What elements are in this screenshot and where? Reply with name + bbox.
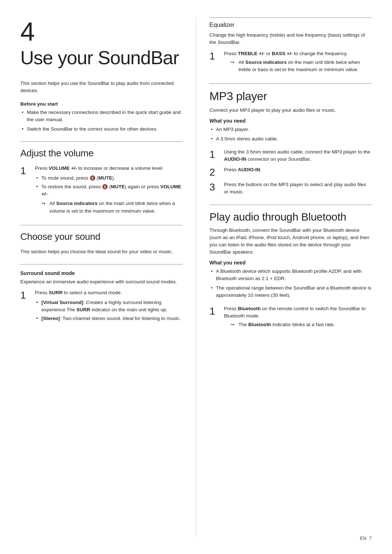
list-item: Switch the SoundBar to the correct sourc… [20,126,183,133]
equalizer-heading: Equalizer [209,21,372,29]
step-number: 1 [209,305,221,317]
list-item: [Stereo]: Two-channel stereo sound. Idea… [35,315,183,322]
audio-in-bold: AUDIO-IN [224,156,246,162]
chapter-title-text: Use your SoundBar [20,48,179,68]
list-item: [Virtual Surround]: Creates a highly sur… [35,299,183,314]
bluetooth-what-you-need-heading: What you need [209,260,372,266]
step-number: 1 [20,165,32,177]
section-divider [209,83,372,84]
step-number: 1 [209,50,221,62]
surround-sub-list: [Virtual Surround]: Creates a highly sur… [35,299,183,323]
bluetooth-intro: Through Bluetooth, connect the SoundBar … [209,227,372,256]
volume-step-1: 1 Press VOLUME +/- to increase or decrea… [20,165,183,216]
bluetooth-step-1: 1 Press Bluetooth on the remote control … [209,305,372,330]
volume-sub-list: To mute sound, press 🔇 (MUTE). To restor… [35,175,183,198]
step-content: Press Bluetooth on the remote control to… [224,305,372,330]
intro-text: This section helps you use the SoundBar … [20,80,183,95]
choose-sound-heading: Choose your sound [20,231,183,242]
surround-step-1: 1 Press SURR to select a surround mode. … [20,289,183,324]
left-column: 4 Use your SoundBar This section helps y… [20,17,196,537]
arrow-text: All Source indicators on the main unit b… [49,200,183,215]
chapter-title: 4 Use your SoundBar [20,17,183,68]
section-divider [20,264,183,264]
surr-bold: SURR [77,307,90,312]
list-item: A 3.5mm stereo audio cable. [209,135,372,143]
virtual-surround-bold: [Virtual Surround] [41,300,83,305]
step-text: Press TREBLE +/- or BASS +/- to change t… [224,51,347,56]
bluetooth-arrow-note: ↪ The Bluetooth indicator blinks at a fa… [224,321,372,328]
section-divider [209,205,372,205]
bass-bold: BASS +/- [272,51,293,56]
mp3-step-3: 3 Press the buttons on the MP3 player to… [209,181,372,196]
source-indicators-bold: Source indicators [56,201,98,206]
list-item: A Bluetooth device which supports Blueto… [209,268,372,283]
step-number: 1 [209,148,221,161]
list-item: The operational range between the SoundB… [209,284,372,299]
mute-bold: MUTE [98,175,112,181]
arrow-text: All Source indicators on the main unit b… [238,59,372,74]
mute-icon: 🔇 [102,184,108,189]
section-divider [20,225,183,225]
step-number: 2 [209,166,221,178]
footer-page: 7 [369,535,372,541]
step-text: Press Bluetooth on the remote control to… [224,306,366,319]
mp3-what-you-need-heading: What you need [209,118,372,124]
list-item: An MP3 player. [209,126,372,133]
mp3-step-1: 1 Using the 3.5mm stereo audio cable, co… [209,148,372,163]
mp3-what-you-need-list: An MP3 player. A 3.5mm stereo audio cabl… [209,126,372,143]
mp3-intro: Connect your MP3 player to play your aud… [209,107,372,114]
surround-intro: Experience an immersive audio experience… [20,278,183,286]
mute-bold: MUTE [111,184,125,189]
step-content: Press SURR to select a surround mode. [V… [35,289,183,324]
audio-in-bold: AUDIO-IN [238,167,260,172]
adjust-volume-heading: Adjust the volume [20,148,183,159]
before-start-heading: Before you start [20,101,183,107]
arrow-symbol: ↪ [230,59,238,66]
step-content: Press VOLUME +/- to increase or decrease… [35,165,183,216]
step-content: Press AUDIO-IN. [224,166,372,173]
surround-heading: Surround sound mode [20,270,183,276]
step-content: Using the 3.5mm stereo audio cable, conn… [224,148,372,163]
choose-sound-intro: This section helps you choose the ideal … [20,248,183,255]
section-divider [20,141,183,142]
step-content: Press TREBLE +/- or BASS +/- to change t… [224,50,372,75]
mute-icon: 🔇 [90,175,95,181]
step-text: Press the buttons on the MP3 player to s… [224,182,366,194]
volume-arrow-note: ↪ All Source indicators on the main unit… [35,200,183,215]
before-start-list: Make the necessary connections described… [20,109,183,133]
step-number: 3 [209,181,221,193]
step-text: Press SURR to select a surround mode. [35,290,122,295]
footer-lang: EN [360,535,366,541]
right-top-divider [209,17,372,18]
treble-bold: TREBLE +/- [238,51,265,56]
source-indicators-bold: Source indicators [245,59,287,65]
step-text: Press VOLUME +/- to increase or decrease… [35,165,164,171]
page-footer: EN 7 [360,535,372,541]
equalizer-step-1: 1 Press TREBLE +/- or BASS +/- to change… [209,50,372,75]
bluetooth-what-you-need-list: A Bluetooth device which supports Blueto… [209,268,372,299]
volume-bold: VOLUME +/- [49,165,77,171]
list-item: To mute sound, press 🔇 (MUTE). [35,175,183,182]
step-text: Using the 3.5mm stereo audio cable, conn… [224,149,370,162]
equalizer-intro: Change the high frequency (treble) and l… [209,32,372,46]
page: 4 Use your SoundBar This section helps y… [0,0,392,554]
arrow-symbol: ↪ [41,200,49,207]
step-number: 1 [20,289,32,301]
chapter-number: 4 [20,17,34,46]
mp3-heading: MP3 player [209,90,372,103]
list-item: Make the necessary connections described… [20,109,183,124]
list-item: To restore the sound, press 🔇 (MUTE) aga… [35,183,183,198]
stereo-bold: [Stereo] [41,316,60,321]
step-content: Press the buttons on the MP3 player to s… [224,181,372,196]
mp3-step-2: 2 Press AUDIO-IN. [209,166,372,178]
step-text: Press AUDIO-IN. [224,167,262,172]
bluetooth-bold: Bluetooth [248,322,271,327]
equalizer-arrow-note: ↪ All Source indicators on the main unit… [224,59,372,74]
surr-bold: SURR [49,290,62,295]
arrow-symbol: ↪ [230,321,238,328]
arrow-text: The Bluetooth indicator blinks at a fast… [238,321,335,328]
bluetooth-bold: Bluetooth [238,306,261,311]
right-column: Equalizer Change the high frequency (tre… [196,17,372,537]
bluetooth-heading: Play audio through Bluetooth [209,211,372,223]
